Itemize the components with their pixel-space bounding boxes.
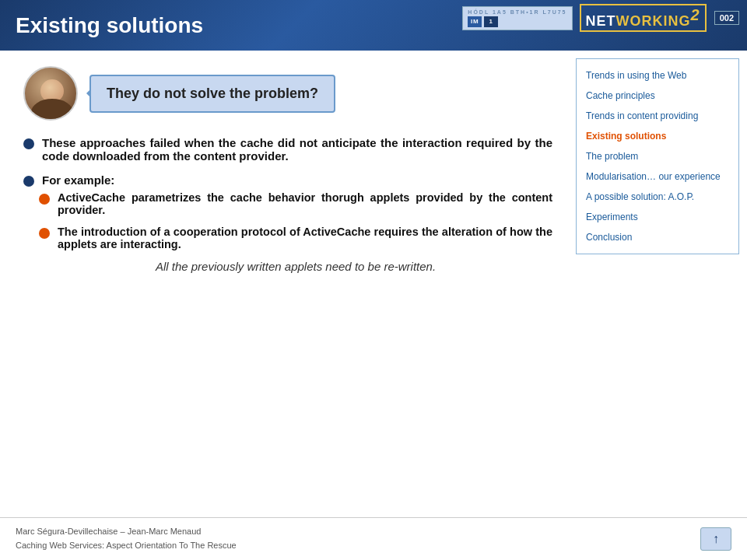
slide-footer: Marc Ségura-Devillechaise – Jean-Marc Me…: [0, 517, 747, 560]
nav-item-existing-solutions[interactable]: Existing solutions: [577, 126, 738, 146]
back-button[interactable]: ↑: [700, 527, 731, 551]
list-item: These approaches failed when the cache d…: [23, 136, 552, 163]
intro-section: They do not solve the problem?: [23, 66, 552, 121]
sub-bullet-dot-icon: [39, 194, 50, 205]
list-item: The introduction of a cooperation protoc…: [39, 226, 552, 250]
nav-item-experiments[interactable]: Experiments: [577, 207, 738, 227]
speech-bubble: They do not solve the problem?: [89, 75, 335, 113]
footer-text: Marc Ségura-Devillechaise – Jean-Marc Me…: [16, 525, 237, 552]
sub-bullet-list: ActiveCache parametrizes the cache behav…: [39, 191, 552, 250]
nav-item-modularisation[interactable]: Modularisation… our experience: [577, 166, 738, 187]
bullet-dot-icon: [23, 176, 34, 187]
main-content: They do not solve the problem? These app…: [0, 51, 747, 517]
italic-conclusion: All the previously written applets need …: [39, 260, 552, 273]
sub-bullet-dot-icon: [39, 228, 50, 239]
footer-line2: Caching Web Services: Aspect Orientation…: [16, 539, 237, 553]
nav-item-cache-principles[interactable]: Cache principles: [577, 86, 738, 106]
bullet-list: These approaches failed when the cache d…: [23, 136, 552, 187]
footer-line1: Marc Ségura-Devillechaise – Jean-Marc Me…: [16, 525, 237, 539]
avatar: [23, 66, 78, 121]
nav-item-trends-web[interactable]: Trends in using the Web: [577, 65, 738, 86]
nav-item-the-problem[interactable]: The problem: [577, 146, 738, 166]
slide-title: Existing solutions: [16, 13, 203, 38]
slide-header: Existing solutions HÓDL 1A5 BTH•1R L7U75…: [0, 0, 747, 51]
list-item: For example:: [23, 173, 552, 187]
logo-box: HÓDL 1A5 BTH•1R L7U75 IM 1: [462, 6, 572, 30]
nav-item-conclusion[interactable]: Conclusion: [577, 227, 738, 247]
nav-item-possible-solution[interactable]: A possible solution: A.O.P.: [577, 187, 738, 207]
header-logos: HÓDL 1A5 BTH•1R L7U75 IM 1 NETWORKING2 0…: [462, 4, 739, 32]
slide-number: 002: [714, 11, 739, 25]
bullet-dot-icon: [23, 138, 34, 149]
nav-panel: Trends in using the Web Cache principles…: [576, 58, 739, 254]
list-item: ActiveCache parametrizes the cache behav…: [39, 191, 552, 216]
nav-item-trends-content[interactable]: Trends in content providing: [577, 106, 738, 126]
slide-body: They do not solve the problem? These app…: [0, 51, 576, 517]
